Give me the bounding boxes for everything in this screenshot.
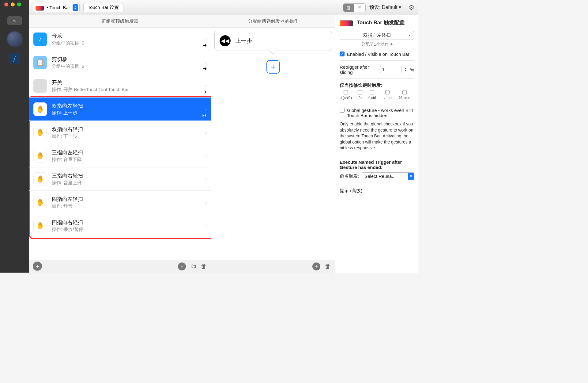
stepper-icon[interactable]: ▲▼ [405,67,407,72]
trigger-row[interactable]: ✋双指向左轻扫操作: 上一步›⏮ [29,98,211,121]
trigger-title: 三指向左轻扫 [52,149,200,156]
modifier-checkbox[interactable] [402,90,407,94]
chevron-updown-icon: ▲▼ [73,4,78,11]
modifier-label: ⇧(shift) [340,96,352,100]
trigger-row[interactable]: ✋双指向右轻扫操作: 下一步› [29,121,211,144]
hand-icon: ✋ [33,219,47,232]
columns-view-icon[interactable]: ▥ [343,4,354,12]
trigger-title: 四指向左轻扫 [52,196,200,203]
trigger-subtitle: 操作: 上一步 [52,110,200,116]
named-trigger-select[interactable]: Select Reusa... ⇅ [362,172,414,180]
rewind-icon: ◀◀ [220,35,231,46]
hand-icon: ✋ [33,196,47,209]
modifier-checkbox[interactable] [370,90,374,94]
arrow-right-icon: ➔ [203,42,207,48]
dock-vscode-icon[interactable]: ⧸ [9,53,20,64]
add-action-button[interactable]: ＋ [266,60,280,74]
percent-label: % [410,67,414,72]
trigger-subtitle: 分组中的项目: 2 [52,40,200,46]
actions-bottom-bar: ＋ 🗑 [211,260,335,273]
modifier-option[interactable]: ⇧(shift) [340,90,352,100]
chevron-right-icon: › [205,153,207,158]
inspector-panel: Touch Bar 触发配置 双指向左轻扫 ▾ 分配了1个动作 + ✓ Enab… [335,15,418,273]
trash-icon[interactable]: 🗑 [325,263,331,270]
modifier-checkbox[interactable] [358,90,362,94]
app-dock: ››› ⧸ [0,0,29,273]
avatar-icon [33,79,47,93]
trigger-subtitle: 操作: 静音 [52,203,200,209]
chevron-right-icon: › [205,37,207,42]
trigger-list[interactable]: ♪音乐分组中的项目: 2›➔📋剪切板分组中的项目: 2›➔开关操作: 开关 Be… [29,28,211,260]
trigger-subtitle: 操作: 开关 BetterTouchTool Touch Bar [52,87,200,93]
trigger-subtitle: 操作: 下一步 [52,133,200,139]
trigger-row[interactable]: ✋三指向左轻扫操作: 音量下降› [29,144,211,167]
chevron-right-icon: › [205,130,207,135]
trigger-row[interactable]: 开关操作: 开关 BetterTouchTool Touch Bar›➔ [29,74,211,98]
trigger-row[interactable]: 📋剪切板分组中的项目: 2›➔ [29,51,211,74]
add-trigger-button[interactable]: ＋ [178,262,186,270]
actions-column: 分配给所选触发器的操作 ◀◀ 上一步 ＋ ＋ 🗑 [211,15,335,273]
triggers-column: 群组和顶级触发器 ♪音乐分组中的项目: 2›➔📋剪切板分组中的项目: 2›➔开关… [29,15,211,273]
window-traffic-lights[interactable] [4,2,21,6]
retrigger-label: Retrigger after sliding [340,64,377,75]
trigger-title: 音乐 [52,33,200,40]
global-gesture-checkbox[interactable] [340,108,345,113]
trigger-title: 双指向左轻扫 [52,102,200,109]
gear-icon[interactable]: ⚙ [409,4,415,12]
global-help-text: Only enable the global checkbox if you a… [340,121,414,151]
modifier-checkbox[interactable] [385,90,390,94]
modifier-option[interactable]: ^ ctrl [368,90,376,100]
preset-dropdown[interactable]: 预设: Default ▾ [369,4,401,11]
named-trigger-label: 命名触发: [340,173,359,179]
touchbar-settings-button[interactable]: Touch Bar 设置 [83,3,124,12]
hand-icon: ✋ [33,102,47,116]
modifier-label: ^ ctrl [368,96,376,100]
add-action-button-2[interactable]: ＋ [312,262,320,270]
context-select-label: • Touch Bar [47,5,70,10]
modifier-option[interactable]: fn [358,90,362,100]
list-view-icon[interactable]: ☰ [354,4,365,12]
dock-shortcut-icon[interactable]: ››› [7,16,22,25]
trigger-subtitle: 操作: 音量上升 [52,180,200,186]
hand-icon: ✋ [33,172,47,186]
trigger-title: 开关 [52,79,200,86]
enabled-label: Enabled / Visible on Touch Bar [347,52,409,57]
chevron-right-icon: › [205,223,207,228]
trigger-title: 双指向右轻扫 [52,126,200,133]
trigger-subtitle: 分组中的项目: 2 [52,63,200,69]
goto-start-icon: ⏮ [202,113,207,118]
triggers-header: 群组和顶级触发器 [29,15,211,28]
retrigger-input[interactable] [380,66,401,73]
assigned-actions-label[interactable]: 分配了1个动作 + [340,42,414,47]
modifier-option[interactable]: ⌥ opt [382,90,393,100]
trash-icon[interactable]: 🗑 [201,263,207,270]
modifier-label: ⌘ cmd [399,96,410,100]
modifier-row: ⇧(shift)fn^ ctrl⌥ opt⌘ cmd [340,90,414,100]
trigger-row[interactable]: ✋四指向右轻扫操作: 播放/暂停› [29,214,211,237]
trigger-subtitle: 操作: 音量下降 [52,157,200,163]
trigger-row[interactable]: ✋四指向左轻扫操作: 静音› [29,191,211,214]
trigger-title: 四指向右轻扫 [52,219,200,226]
modifier-label: fn [359,96,362,100]
arrow-right-icon: ➔ [203,66,207,71]
action-card[interactable]: ◀◀ 上一步 [214,31,332,51]
top-toolbar: • Touch Bar ▲▼ Touch Bar 设置 ▥ ☰ 预设: Defa… [29,0,418,15]
trigger-title: 三指向右轻扫 [52,172,200,179]
folder-add-icon[interactable]: 🗂 [190,263,196,270]
touchbar-chip-icon [340,20,353,26]
exec-label: Execute Named Trigger after Gesture has … [340,159,414,170]
gesture-select[interactable]: 双指向左轻扫 ▾ [340,31,414,40]
modifier-heading: 仅当按修饰键时触发: [340,82,414,88]
add-fab-button[interactable]: ＋ [33,262,42,271]
folder-music-icon: ♪ [33,33,47,46]
enabled-checkbox[interactable]: ✓ [340,52,345,56]
trigger-row[interactable]: ✋三指向右轻扫操作: 音量上升› [29,167,211,191]
trigger-row[interactable]: ♪音乐分组中的项目: 2›➔ [29,28,211,51]
modifier-option[interactable]: ⌘ cmd [399,90,410,100]
view-mode-segment[interactable]: ▥ ☰ [343,3,366,12]
modifier-checkbox[interactable] [344,90,348,94]
trigger-title: 剪切板 [52,56,200,63]
dock-globe-icon[interactable] [7,32,22,46]
context-select[interactable]: • Touch Bar ▲▼ [33,3,80,12]
gesture-select-label: 双指向左轻扫 [363,33,391,38]
